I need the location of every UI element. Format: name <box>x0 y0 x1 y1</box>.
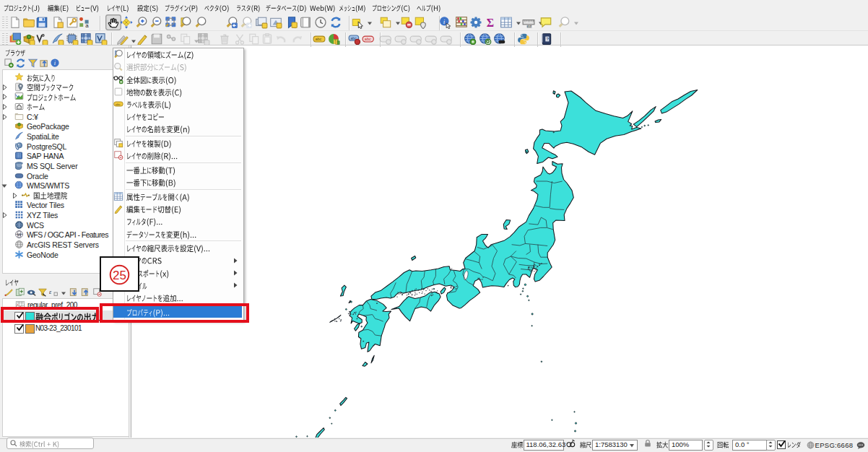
svg-text:abc: abc <box>315 37 321 41</box>
svg-text:W: W <box>17 232 22 237</box>
svg-text:ε: ε <box>49 288 52 295</box>
svg-text:25: 25 <box>113 269 126 282</box>
svg-text:a: a <box>85 22 89 29</box>
svg-text:MEAS: MEAS <box>527 25 534 28</box>
svg-text:Σ: Σ <box>487 17 494 29</box>
svg-text:?: ? <box>546 36 549 41</box>
svg-text:abc: abc <box>365 37 371 41</box>
svg-text:abc: abc <box>116 103 121 106</box>
